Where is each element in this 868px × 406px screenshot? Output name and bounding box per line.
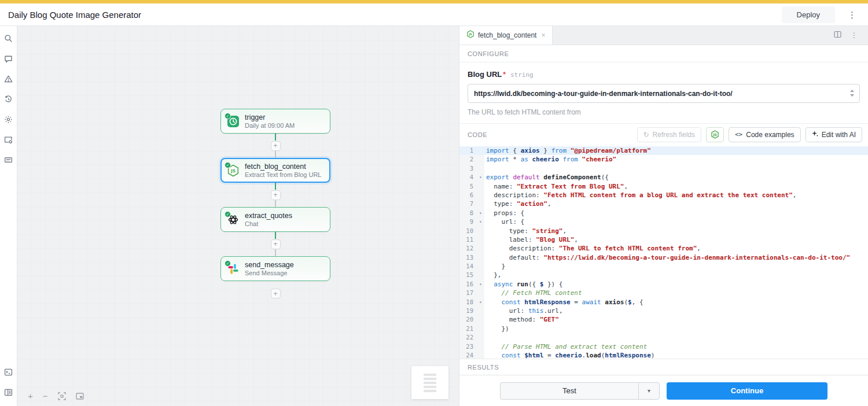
layout-panel-icon[interactable] xyxy=(4,388,13,397)
step-subtitle: Extract Text from Blog URL xyxy=(245,171,321,178)
success-check-icon: ✓ xyxy=(225,113,231,119)
code-line-9[interactable]: 9▾ url: { xyxy=(459,217,868,226)
combobox-stepper-icon[interactable] xyxy=(849,89,855,99)
code-section-header: CODE ↻ Refresh fields JS <> Code example… xyxy=(459,123,868,145)
success-check-icon: ✓ xyxy=(225,260,231,267)
code-line-7[interactable]: 7 type: "action", xyxy=(459,200,868,208)
panel-footer: Test ▾ Continue xyxy=(459,375,868,406)
code-line-4[interactable]: 4▾export default defineComponent({ xyxy=(459,173,868,182)
step-subtitle: Chat xyxy=(245,220,292,227)
slack-icon: ✓ xyxy=(227,263,240,275)
svg-text:JS: JS xyxy=(713,133,717,137)
fold-arrow-icon: ▾ xyxy=(477,217,484,226)
configure-body: Blog URL * string The URL to fetch HTML … xyxy=(459,62,868,123)
fold-arrow-icon: ▾ xyxy=(477,298,484,307)
code-label: CODE xyxy=(468,131,487,138)
code-line-15[interactable]: 15 }, xyxy=(459,271,868,279)
svg-text:JS: JS xyxy=(468,32,472,36)
code-line-24[interactable]: 24 const $html = cheerio.load(htmlRespon… xyxy=(459,351,868,359)
comment-icon[interactable] xyxy=(4,54,13,63)
step-subtitle: Send Message xyxy=(245,270,294,276)
test-options-chevron-icon[interactable]: ▾ xyxy=(638,383,659,399)
settings-gear-icon[interactable] xyxy=(4,115,13,124)
step-node-fetch_blog_content[interactable]: JS ✓fetch_blog_contentExtract Text from … xyxy=(220,158,330,183)
code-editor[interactable]: 1import { axios } from "@pipedream/platf… xyxy=(459,145,868,359)
configure-section-header: CONFIGURE xyxy=(459,45,868,62)
blog-url-label: Blog URL xyxy=(468,70,502,79)
code-line-21[interactable]: 21 }) xyxy=(459,324,868,333)
deploy-button[interactable]: Deploy xyxy=(782,6,835,23)
tab-label: fetch_blog_content xyxy=(478,31,536,39)
panel-kebab-menu[interactable]: ⋮ xyxy=(847,31,861,40)
fold-arrow-icon: ▾ xyxy=(477,209,484,217)
code-line-22[interactable]: 22 xyxy=(459,333,868,342)
canvas-minimap[interactable] xyxy=(411,366,448,399)
code-line-23[interactable]: 23 // Parse HTML and extract text conten… xyxy=(459,342,868,351)
schedule-icon: ✓ xyxy=(227,115,240,128)
zoom-out-icon[interactable]: − xyxy=(43,392,48,400)
code-line-11[interactable]: 11 label: "Blog URL", xyxy=(459,235,868,244)
code-line-16[interactable]: 16▾ async run({ $ }) { xyxy=(459,280,868,289)
fit-view-icon[interactable] xyxy=(58,392,66,400)
step-node-send_message[interactable]: ✓send_messageSend Message xyxy=(220,256,330,281)
add-step-button[interactable]: + xyxy=(271,141,281,151)
openai-icon: ✓ xyxy=(227,213,240,226)
history-icon[interactable] xyxy=(4,95,13,104)
workflow-title: Daily Blog Quote Image Generator xyxy=(8,10,141,20)
left-icon-rail xyxy=(0,26,17,406)
canvas-zoom-controls: + − xyxy=(28,392,84,400)
nodejs-runtime-button[interactable]: JS xyxy=(706,127,724,142)
terminal-icon[interactable] xyxy=(4,368,13,377)
zoom-in-icon[interactable]: + xyxy=(28,392,33,400)
add-step-button[interactable]: + xyxy=(271,289,281,298)
step-title: extract_quotes xyxy=(245,212,292,220)
blog-url-input[interactable] xyxy=(468,84,860,103)
results-label: RESULTS xyxy=(468,364,499,371)
window-settings-icon[interactable] xyxy=(4,135,13,144)
header-kebab-menu[interactable]: ⋮ xyxy=(844,9,860,20)
add-step-button[interactable]: + xyxy=(271,239,281,249)
code-line-3[interactable]: 3 xyxy=(459,164,868,173)
code-line-13[interactable]: 13 default: "https://lwid.dk/becoming-a-… xyxy=(459,253,868,262)
code-line-20[interactable]: 20 method: "GET" xyxy=(459,315,868,324)
code-line-8[interactable]: 8▾ props: { xyxy=(459,209,868,217)
step-subtitle: Daily at 09:00 AM xyxy=(245,122,295,129)
field-help-text: The URL to fetch HTML content from xyxy=(468,108,860,116)
code-line-2[interactable]: 2import * as cheerio from "cheerio" xyxy=(459,155,868,164)
code-line-19[interactable]: 19 url: this.url, xyxy=(459,307,868,315)
required-mark: * xyxy=(503,71,506,79)
code-line-1[interactable]: 1import { axios } from "@pipedream/platf… xyxy=(459,146,868,155)
workflow-steps: ✓triggerDaily at 09:00 AM+ JS ✓fetch_blo… xyxy=(220,109,330,304)
refresh-fields-button[interactable]: ↻ Refresh fields xyxy=(637,127,701,142)
warning-icon[interactable] xyxy=(4,75,13,83)
code-line-14[interactable]: 14 } xyxy=(459,262,868,271)
step-detail-panel: JS fetch_blog_content × ⋮ CONFIGURE Blog… xyxy=(459,26,868,406)
code-line-12[interactable]: 12 description: "The URL to fetch HTML c… xyxy=(459,244,868,253)
code-line-18[interactable]: 18▾ const htmlResponse = await axios($, … xyxy=(459,298,868,307)
code-line-10[interactable]: 10 type: "string", xyxy=(459,227,868,235)
step-node-extract_quotes[interactable]: ✓extract_quotesChat xyxy=(220,207,330,232)
toggle-minimap-icon[interactable] xyxy=(76,392,84,400)
code-line-17[interactable]: 17 // Fetch HTML content xyxy=(459,289,868,297)
code-line-5[interactable]: 5 name: "Extract Text from Blog URL", xyxy=(459,182,868,191)
edit-with-ai-button[interactable]: Edit with AI xyxy=(806,127,862,142)
panel-tabbar: JS fetch_blog_content × ⋮ xyxy=(459,26,868,45)
add-step-button[interactable]: + xyxy=(271,190,281,200)
split-view-icon[interactable] xyxy=(834,30,841,40)
step-node-trigger[interactable]: ✓triggerDaily at 09:00 AM xyxy=(220,109,330,134)
results-section-header: RESULTS xyxy=(459,359,868,375)
card-details-icon[interactable] xyxy=(4,156,13,164)
configure-label: CONFIGURE xyxy=(468,50,509,57)
tab-fetch-blog-content[interactable]: JS fetch_blog_content × xyxy=(459,26,553,45)
success-check-icon: ✓ xyxy=(225,211,231,217)
test-button[interactable]: Test xyxy=(501,383,638,399)
code-examples-button[interactable]: <> Code examples xyxy=(729,127,801,142)
test-button-group: Test ▾ xyxy=(500,382,660,400)
tab-close-icon[interactable]: × xyxy=(540,31,546,39)
continue-button[interactable]: Continue xyxy=(667,382,827,400)
fold-arrow-icon: ▾ xyxy=(477,280,484,289)
search-icon[interactable] xyxy=(4,34,13,43)
workflow-canvas[interactable]: ✓triggerDaily at 09:00 AM+ JS ✓fetch_blo… xyxy=(17,26,459,406)
svg-text:JS: JS xyxy=(230,168,236,174)
code-line-6[interactable]: 6 description: "Fetch HTML content from … xyxy=(459,191,868,200)
